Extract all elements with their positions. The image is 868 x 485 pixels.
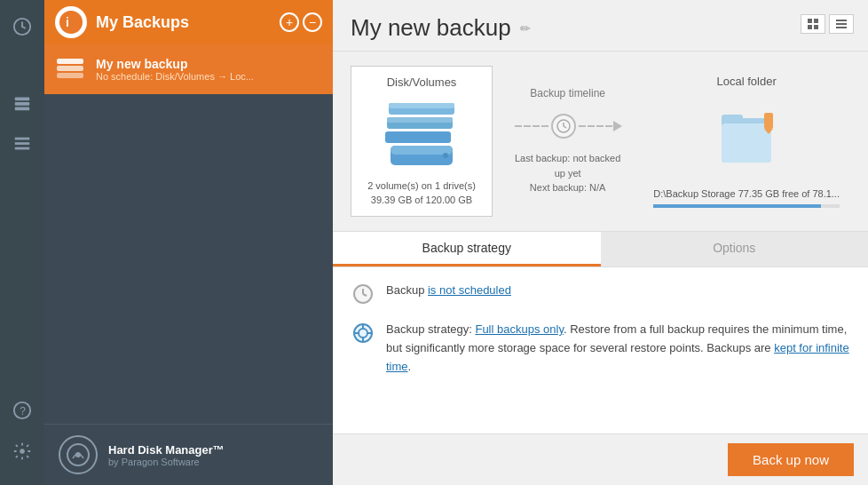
add-backup-button[interactable]: + xyxy=(280,12,299,32)
schedule-link[interactable]: is not scheduled xyxy=(428,283,511,297)
backup-item-desc: No schedule: Disk/Volumes → Loc... xyxy=(96,71,273,82)
svg-point-10 xyxy=(59,11,83,34)
nav-disk-icon[interactable] xyxy=(3,85,42,121)
svg-rect-28 xyxy=(385,131,451,143)
back-up-now-button[interactable]: Back up now xyxy=(728,443,854,476)
app-logo-bottom xyxy=(59,435,98,474)
source-box: Disk/Volumes 2 volume(s xyxy=(351,66,493,217)
timeline-arrow-head xyxy=(613,121,622,131)
svg-rect-38 xyxy=(764,113,773,129)
dest-label: Local folder xyxy=(717,75,777,88)
sidebar-header-actions: + − xyxy=(280,12,322,32)
schedule-text: Backup is not scheduled xyxy=(386,282,850,300)
schedule-row: Backup is not scheduled xyxy=(351,282,850,306)
sidebar: i My Backups + − My new backup No schedu… xyxy=(44,0,333,485)
app-info: Hard Disk Manager™ by Paragon Software xyxy=(108,443,225,467)
backup-item-name: My new backup xyxy=(96,57,322,71)
view-toggle-icons xyxy=(801,14,854,34)
dest-folder-icon xyxy=(718,95,776,180)
source-label: Disk/Volumes xyxy=(387,76,457,89)
svg-rect-30 xyxy=(391,146,453,155)
list-view-button[interactable] xyxy=(829,14,854,34)
nav-backup-icon[interactable] xyxy=(3,9,42,44)
svg-point-9 xyxy=(20,449,25,454)
main-content: My new backup ✏ Disk/Volumes xyxy=(333,0,868,485)
tab-options[interactable]: Options xyxy=(601,232,869,266)
svg-rect-19 xyxy=(808,25,812,29)
schedule-icon xyxy=(351,282,375,306)
bottom-bar: Back up now xyxy=(333,433,868,485)
svg-rect-12 xyxy=(57,59,83,64)
svg-rect-18 xyxy=(814,19,818,23)
svg-rect-20 xyxy=(814,25,818,29)
svg-rect-17 xyxy=(808,19,812,23)
svg-rect-6 xyxy=(15,147,30,150)
source-disk-icon xyxy=(382,96,462,174)
left-nav: ? xyxy=(0,0,44,485)
svg-rect-5 xyxy=(15,142,30,145)
svg-rect-21 xyxy=(836,20,847,21)
sidebar-bottom: Hard Disk Manager™ by Paragon Software xyxy=(44,424,333,485)
dest-progress-fill xyxy=(653,204,821,208)
page-title: My new backup xyxy=(351,14,511,42)
svg-rect-37 xyxy=(722,123,771,163)
svg-rect-2 xyxy=(15,102,30,106)
app-logo: i xyxy=(55,6,87,38)
nav-help-icon[interactable]: ? xyxy=(3,393,42,428)
strategy-row: Backup strategy: Full backups only. Rest… xyxy=(351,321,850,376)
strategy-description: Backup strategy: Full backups only. Rest… xyxy=(386,321,850,376)
backup-item-details: My new backup No schedule: Disk/Volumes … xyxy=(96,57,322,82)
destination-box: Local folder D:\Backup Storage 77.35 GB … xyxy=(643,66,850,217)
nav-settings-icon[interactable] xyxy=(3,433,42,469)
sidebar-title: My Backups xyxy=(96,13,271,32)
remove-backup-button[interactable]: − xyxy=(303,12,322,32)
svg-point-31 xyxy=(443,153,448,158)
strategy-panel: Backup is not scheduled Backup strategy:… xyxy=(333,267,868,433)
backup-info-row: Disk/Volumes 2 volume(s xyxy=(333,52,868,232)
svg-rect-36 xyxy=(722,115,743,123)
svg-rect-13 xyxy=(57,66,83,71)
backup-item-icon xyxy=(55,53,87,85)
svg-rect-1 xyxy=(15,98,30,101)
svg-rect-4 xyxy=(15,138,30,140)
dest-desc: D:\Backup Storage 77.35 GB free of 78.1.… xyxy=(653,187,840,201)
svg-rect-27 xyxy=(387,117,453,123)
timeline-clock-icon xyxy=(551,114,576,139)
source-desc: 2 volume(s) on 1 drive(s) 39.39 GB of 12… xyxy=(362,179,481,207)
sidebar-header: i My Backups + − xyxy=(44,0,333,44)
strategy-icon xyxy=(351,321,375,346)
timeline-label: Backup timeline xyxy=(530,87,605,99)
edit-title-icon[interactable]: ✏ xyxy=(520,21,531,36)
last-backup-text: Last backup: not backed up yet xyxy=(510,151,625,180)
next-backup-text: Next backup: N/A xyxy=(510,180,625,195)
svg-rect-23 xyxy=(836,27,847,28)
svg-rect-3 xyxy=(15,107,30,111)
nav-list-icon[interactable] xyxy=(3,126,42,162)
svg-line-34 xyxy=(564,126,566,128)
tabs-row: Backup strategy Options xyxy=(333,232,868,267)
timeline-box: Backup timeline Last backup: not backed … xyxy=(493,66,643,217)
tab-backup-strategy[interactable]: Backup strategy xyxy=(333,232,601,266)
dest-progress-bar-container xyxy=(653,204,840,208)
svg-rect-25 xyxy=(389,103,454,108)
backup-list-item[interactable]: My new backup No schedule: Disk/Volumes … xyxy=(44,44,333,94)
grid-view-button[interactable] xyxy=(801,14,825,34)
timeline-texts: Last backup: not backed up yet Next back… xyxy=(510,151,625,195)
sidebar-spacer xyxy=(44,94,333,424)
svg-rect-14 xyxy=(57,73,83,78)
svg-text:?: ? xyxy=(20,405,26,417)
main-header: My new backup ✏ xyxy=(333,0,868,52)
svg-rect-22 xyxy=(836,23,847,25)
svg-text:i: i xyxy=(66,15,69,29)
svg-point-16 xyxy=(75,452,81,457)
timeline-arrow xyxy=(514,114,622,139)
company-label: by Paragon Software xyxy=(108,457,225,467)
app-name-label: Hard Disk Manager™ xyxy=(108,443,225,457)
full-backups-link[interactable]: Full backups only xyxy=(475,322,563,336)
